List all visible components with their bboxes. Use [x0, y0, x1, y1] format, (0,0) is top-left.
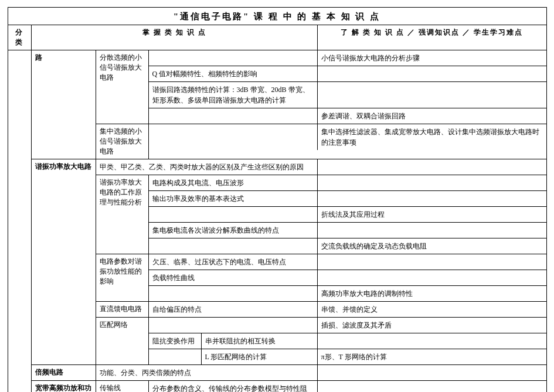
subgroup-fullwidth: 甲类、甲乙类、乙类、丙类时放大器的区别及产生这些区别的原因: [96, 159, 546, 175]
leftmost-category-gutter: [8, 50, 32, 392]
master-cell: L 形匹配网络的计算: [202, 349, 317, 364]
master-cell: [149, 318, 318, 333]
master-sublabel: [149, 349, 202, 364]
master-cell: [149, 238, 318, 254]
table-row: 电路构成及其电流、电压波形: [149, 175, 546, 191]
understand-cell: 折线法及其应用过程: [318, 207, 546, 222]
table-row: 输出功率及效率的基本表达式: [149, 191, 546, 207]
section-label: 路: [32, 50, 96, 159]
table-row: 负载特性曲线: [149, 270, 546, 286]
master-cell: [149, 108, 318, 124]
master-cell: 集电极电流各次谐波分解系数曲线的特点: [149, 223, 318, 238]
table-row: 自给偏压的特点 串馈、并馈的定义: [149, 302, 546, 317]
understand-cell: [318, 66, 546, 81]
master-sublabel: 阻抗变换作用: [149, 333, 202, 349]
understand-cell: [318, 82, 546, 108]
subgroup: 集中选频的小信号谐振放大电路 集中选择性滤波器、集成宽带放大电路、设计集中选频谐…: [96, 124, 546, 159]
understand-cell: 串馈、并馈的定义: [318, 302, 546, 317]
master-cell: 欠压、临界、过压状态下的电流、电压特点: [149, 254, 318, 270]
understand-cell: [318, 333, 546, 349]
subgroup-label: 直流馈电电路: [96, 302, 149, 317]
table-row: 交流负载线的确定及动态负载电阻: [149, 238, 546, 254]
section-resonant-pa: 谐振功率放大电路 甲类、甲乙类、乙类、丙类时放大器的区别及产生这些区别的原因 谐…: [32, 159, 546, 365]
understand-cell: π形、T 形网络的计算: [318, 349, 546, 364]
subgroup-label: 匹配网络: [96, 318, 149, 364]
master-cell: 电路构成及其电流、电压波形: [149, 175, 318, 190]
master-cell: 谐振回路选频特性的计算：3dB 带宽、20dB 带宽、矩形系数、多级单回路谐振放…: [149, 82, 318, 108]
table-row: 插损、滤波度及其矛盾: [149, 318, 546, 333]
subgroup-label: 传输线: [96, 381, 149, 392]
section-label: 倍频电路: [32, 365, 96, 380]
understand-cell: [318, 270, 546, 285]
understand-cell: 小信号谐振放大电路的分析步骤: [318, 50, 546, 66]
page-title: "通信电子电路" 课 程 中 的 基 本 知 识 点: [8, 8, 546, 25]
table-row: 折线法及其应用过程: [149, 207, 546, 223]
master-cell: 甲类、甲乙类、乙类、丙类时放大器的区别及产生这些区别的原因: [96, 159, 318, 175]
master-cell: [149, 50, 318, 66]
subgroup-label: 电路参数对谐振功放性能的影响: [96, 254, 149, 301]
understand-cell: 高频功率放大电路的调制特性: [318, 286, 546, 301]
master-cell: [149, 124, 318, 150]
subgroup: 电路参数对谐振功放性能的影响 欠压、临界、过压状态下的电流、电压特点 负载特性曲…: [96, 254, 546, 302]
table-body: 路 分散选频的小信号谐振放大电路 小信号谐振放大电路的分析步骤 Q 值对幅频特性: [8, 50, 546, 392]
header-master: 掌 握 类 知 识 点: [32, 25, 318, 50]
subgroup: 匹配网络 插损、滤波度及其矛盾 阻抗变换作用 串并联阻抗的相互转换: [96, 318, 546, 364]
table-header: 分类 掌 握 类 知 识 点 了 解 类 知 识 点 ／ 强调知识点 ／ 学生学…: [8, 25, 546, 50]
section-multiplier: 倍频电路 功能、分类、丙类倍频的特点: [32, 365, 546, 381]
content-column: 路 分散选频的小信号谐振放大电路 小信号谐振放大电路的分析步骤 Q 值对幅频特性: [32, 50, 546, 392]
understand-cell: [318, 175, 546, 190]
subgroup: 传输线 分布参数的含义、传输线的分布参数模型与特性阻抗、传输线在阻抗匹配与失配下…: [96, 381, 546, 392]
knowledge-table: "通信电子电路" 课 程 中 的 基 本 知 识 点 分类 掌 握 类 知 识 …: [8, 7, 547, 392]
master-cell: [149, 286, 318, 301]
table-row: 功能、分类、丙类倍频的特点: [96, 365, 546, 380]
master-cell: Q 值对幅频特性、相频特性的影响: [149, 66, 318, 81]
master-cell: 分布参数的含义、传输线的分布参数模型与特性阻抗、传输线在阻抗匹配与失配下的情况: [149, 381, 318, 392]
understand-cell: [318, 159, 546, 175]
table-row: 高频功率放大电路的调制特性: [149, 286, 546, 301]
master-cell: 功能、分类、丙类倍频的特点: [96, 365, 318, 380]
master-cell: 输出功率及效率的基本表达式: [149, 191, 318, 206]
understand-cell: [318, 191, 546, 206]
table-row: 集电极电流各次谐波分解系数曲线的特点: [149, 223, 546, 238]
subgroup: 分散选频的小信号谐振放大电路 小信号谐振放大电路的分析步骤 Q 值对幅频特性、相…: [96, 50, 546, 124]
table-row: 阻抗变换作用 串并联阻抗的相互转换: [149, 333, 546, 349]
master-cell: 自给偏压的特点: [149, 302, 318, 317]
table-row: Q 值对幅频特性、相频特性的影响: [149, 66, 546, 82]
table-row: 谐振回路选频特性的计算：3dB 带宽、20dB 带宽、矩形系数、多级单回路谐振放…: [149, 82, 546, 108]
header-understand: 了 解 类 知 识 点 ／ 强调知识点 ／ 学生学习难点: [318, 25, 546, 50]
section-label: 宽带高频功放和功率合成: [32, 381, 96, 392]
table-row: 集中选择性滤波器、集成宽带放大电路、设计集中选频谐振放大电路时的注意事项: [149, 124, 546, 150]
table-row: 分布参数的含义、传输线的分布参数模型与特性阻抗、传输线在阻抗匹配与失配下的情况: [149, 381, 546, 392]
table-row: 小信号谐振放大电路的分析步骤: [149, 50, 546, 66]
understand-cell: [318, 381, 546, 392]
subgroup-label: 分散选频的小信号谐振放大电路: [96, 50, 149, 124]
understand-cell: [318, 254, 546, 270]
section-wideband-pa: 宽带高频功放和功率合成 传输线 分布参数的含义、传输线的分布参数模型与特性阻抗、…: [32, 381, 546, 392]
table-row: 欠压、临界、过压状态下的电流、电压特点: [149, 254, 546, 270]
subgroup: 谐振功率放大电路的工作原理与性能分析 电路构成及其电流、电压波形 输出功率及效率…: [96, 175, 546, 254]
understand-cell: [318, 365, 546, 380]
table-row: L 形匹配网络的计算 π形、T 形网络的计算: [149, 349, 546, 364]
subgroup: 直流馈电电路 自给偏压的特点 串馈、并馈的定义: [96, 302, 546, 318]
understand-cell: 集中选择性滤波器、集成宽带放大电路、设计集中选频谐振放大电路时的注意事项: [318, 124, 546, 150]
master-cell: [149, 207, 318, 222]
master-cell: 负载特性曲线: [149, 270, 318, 285]
understand-cell: 参差调谐、双耦合谐振回路: [318, 108, 546, 124]
understand-cell: [318, 223, 546, 238]
section-small-signal: 路 分散选频的小信号谐振放大电路 小信号谐振放大电路的分析步骤 Q 值对幅频特性: [32, 50, 546, 159]
section-label: 谐振功率放大电路: [32, 159, 96, 364]
understand-cell: 插损、滤波度及其矛盾: [318, 318, 546, 333]
subgroup-label: 集中选频的小信号谐振放大电路: [96, 124, 149, 159]
understand-cell: 交流负载线的确定及动态负载电阻: [318, 238, 546, 254]
table-row: 参差调谐、双耦合谐振回路: [149, 108, 546, 124]
subgroup-label: 谐振功率放大电路的工作原理与性能分析: [96, 175, 149, 254]
master-cell: 串并联阻抗的相互转换: [202, 333, 317, 349]
header-category: 分类: [8, 25, 32, 50]
